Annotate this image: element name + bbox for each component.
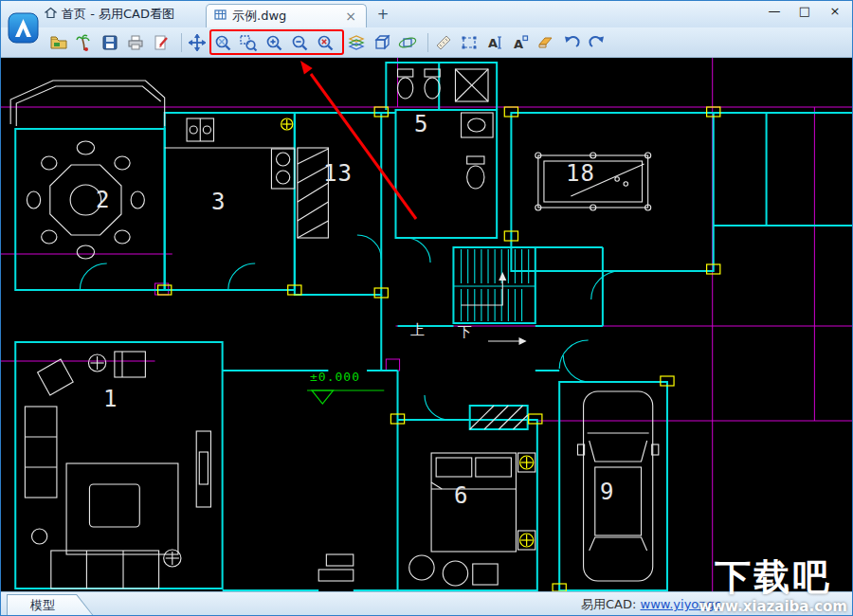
stair-down-label: 下 bbox=[458, 325, 473, 339]
zoom-in-icon[interactable] bbox=[263, 31, 284, 54]
pan-icon[interactable] bbox=[187, 31, 208, 54]
room-label-6: 6 bbox=[454, 484, 468, 507]
tab-close-icon[interactable]: × bbox=[343, 9, 358, 24]
room-label-13: 13 bbox=[323, 162, 353, 185]
view-3d-icon[interactable] bbox=[372, 31, 392, 54]
vendor-prefix: 易用CAD: bbox=[581, 597, 641, 611]
floor-plan-drawing bbox=[1, 58, 852, 591]
titlebar: 首页 - 易用CAD看图 示例.dwg × + — □ × bbox=[1, 1, 852, 27]
zoom-extents-icon[interactable] bbox=[212, 31, 233, 54]
model-tab[interactable]: 模型 bbox=[7, 594, 98, 616]
room-label-1: 1 bbox=[103, 388, 118, 410]
measure-icon[interactable] bbox=[433, 31, 454, 54]
maximize-button[interactable]: □ bbox=[795, 2, 814, 21]
undo-icon[interactable] bbox=[561, 31, 582, 54]
orbit-icon[interactable] bbox=[397, 31, 418, 54]
area-measure-icon[interactable] bbox=[459, 31, 480, 54]
svg-text:A: A bbox=[514, 37, 523, 51]
home-icon bbox=[45, 7, 57, 22]
layers-icon[interactable] bbox=[346, 31, 367, 54]
tab-doc[interactable]: 示例.dwg × bbox=[206, 4, 367, 27]
room-label-3: 3 bbox=[211, 190, 226, 213]
drawing-file-icon bbox=[214, 9, 227, 24]
browse-palm-icon[interactable] bbox=[74, 31, 95, 54]
svg-text:A: A bbox=[488, 36, 498, 50]
watermark: 下载吧 www.xiazaiba.com bbox=[699, 558, 847, 615]
annotate-text-icon[interactable]: A bbox=[484, 31, 505, 54]
zoom-previous-icon[interactable] bbox=[315, 31, 336, 54]
redo-icon[interactable] bbox=[587, 31, 608, 54]
zoom-window-icon[interactable] bbox=[238, 31, 259, 54]
open-file-icon[interactable] bbox=[48, 31, 69, 54]
edit-drawing-icon[interactable] bbox=[151, 31, 172, 54]
doc-tab-label: 示例.dwg bbox=[232, 8, 286, 25]
eraser-icon[interactable] bbox=[535, 31, 556, 54]
elevation-label: ±0.000 bbox=[310, 371, 360, 383]
home-title: 首页 - 易用CAD看图 bbox=[62, 6, 174, 23]
room-label-5: 5 bbox=[414, 113, 428, 136]
room-label-9: 9 bbox=[600, 480, 614, 503]
model-tab-label: 模型 bbox=[30, 597, 55, 614]
save-icon[interactable] bbox=[100, 31, 120, 54]
app-logo-icon[interactable] bbox=[8, 12, 39, 44]
toolbar: A A bbox=[1, 27, 852, 58]
toolbar-separator bbox=[181, 33, 182, 52]
cad-canvas[interactable]: 2 3 13 5 18 1 6 9 上 下 ±0.000 bbox=[1, 58, 852, 591]
new-tab-button[interactable]: + bbox=[374, 6, 391, 23]
app-window: 首页 - 易用CAD看图 示例.dwg × + — □ × bbox=[0, 0, 853, 616]
toolbar-separator bbox=[427, 33, 428, 52]
stair-up-label: 上 bbox=[410, 323, 426, 337]
print-icon[interactable] bbox=[125, 31, 146, 54]
text-style-icon[interactable]: A bbox=[510, 31, 531, 54]
room-label-2: 2 bbox=[96, 189, 110, 211]
room-label-18: 18 bbox=[566, 162, 595, 185]
close-button[interactable]: × bbox=[826, 2, 844, 21]
minimize-button[interactable]: — bbox=[765, 2, 784, 21]
window-controls: — □ × bbox=[765, 2, 844, 21]
home-tab[interactable]: 首页 - 易用CAD看图 bbox=[45, 1, 174, 27]
zoom-out-icon[interactable] bbox=[289, 31, 310, 54]
watermark-title: 下载吧 bbox=[699, 558, 847, 598]
watermark-url: www.xiazaiba.com bbox=[699, 598, 847, 615]
